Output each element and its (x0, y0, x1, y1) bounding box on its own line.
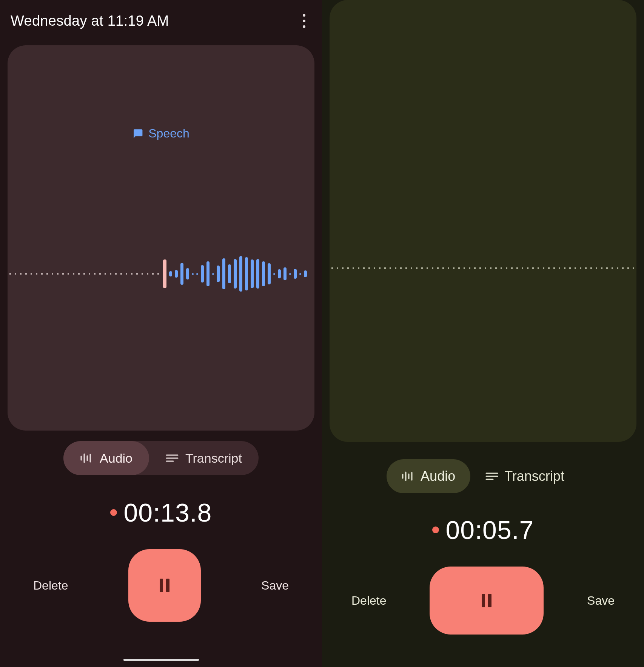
more-vert-icon (303, 14, 305, 17)
transcript-icon (166, 454, 179, 462)
waveform-row (8, 251, 314, 296)
timer-row: 00:13.8 (0, 498, 322, 527)
control-row: Delete Save (0, 549, 322, 622)
recording-indicator-icon (110, 509, 117, 516)
recorder-app-left: Wednesday at 11:19 AM Speech (0, 0, 322, 667)
transcript-icon (485, 472, 498, 480)
gesture-bar (123, 659, 199, 661)
pause-icon (482, 594, 491, 607)
pause-button[interactable] (128, 549, 201, 622)
speech-label: Speech (148, 127, 190, 141)
control-row: Delete Save (322, 567, 644, 635)
waveform-row (330, 245, 636, 291)
elapsed-time: 00:13.8 (124, 498, 212, 527)
recorder-app-right: Audio Transcript 00:05.7 (322, 0, 644, 667)
tab-audio[interactable]: Audio (387, 459, 470, 493)
timer-row: 00:05.7 (322, 515, 644, 545)
waveform-stage (330, 0, 636, 442)
waveform-stage: Speech (8, 45, 314, 431)
delete-button[interactable]: Delete (33, 579, 68, 593)
waveform-inactive-dots (330, 267, 636, 269)
tab-transcript[interactable]: Transcript (470, 459, 579, 493)
speech-bubble-icon (132, 128, 143, 139)
tab-audio-label: Audio (100, 451, 132, 466)
header: Wednesday at 11:19 AM (0, 0, 322, 42)
tab-audio[interactable]: Audio (63, 441, 149, 475)
tab-audio-label: Audio (421, 468, 455, 484)
tab-transcript-label: Transcript (185, 451, 242, 466)
delete-button[interactable]: Delete (351, 594, 387, 608)
pause-button[interactable] (430, 567, 544, 635)
waveform-icon (402, 471, 414, 481)
pause-icon (160, 579, 169, 592)
elapsed-time: 00:05.7 (446, 515, 534, 545)
waveform-bars (161, 256, 309, 292)
recording-indicator-icon (432, 526, 439, 533)
speech-detected-chip: Speech (132, 127, 190, 141)
view-tabs: Audio Transcript (322, 459, 644, 493)
waveform-icon (80, 453, 93, 463)
more-options-button[interactable] (298, 9, 310, 32)
tab-transcript[interactable]: Transcript (149, 441, 259, 475)
tab-transcript-label: Transcript (504, 468, 564, 484)
save-button[interactable]: Save (587, 594, 615, 608)
view-tabs: Audio Transcript (0, 441, 322, 475)
save-button[interactable]: Save (261, 579, 289, 593)
waveform-inactive-dots (8, 273, 161, 275)
recording-title: Wednesday at 11:19 AM (11, 13, 169, 29)
